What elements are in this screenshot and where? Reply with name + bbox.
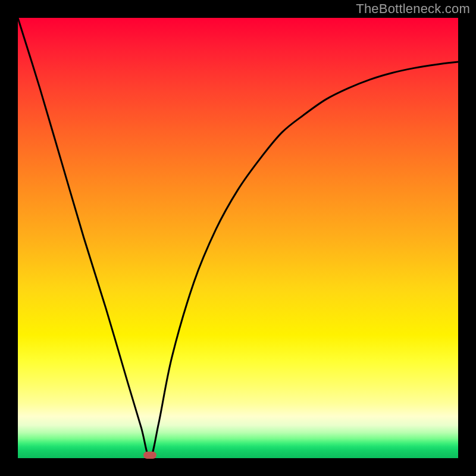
bottleneck-curve	[18, 18, 458, 458]
optimum-marker	[143, 452, 156, 459]
plot-area	[18, 18, 458, 458]
curve-path	[18, 18, 458, 458]
chart-frame: TheBottleneck.com	[0, 0, 476, 476]
watermark-text: TheBottleneck.com	[356, 1, 470, 17]
